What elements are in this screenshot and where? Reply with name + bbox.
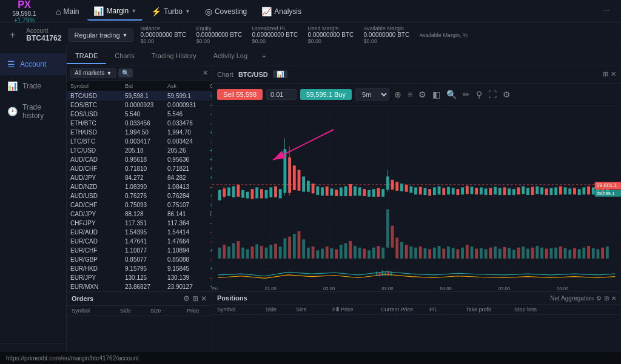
add-tab-button[interactable]: + (256, 49, 272, 64)
market-row[interactable]: AUD/CHF 0.71810 0.71821 +0.10% (67, 164, 212, 173)
svg-rect-38 (335, 249, 338, 258)
svg-text:04:00: 04:00 (440, 286, 452, 291)
market-row[interactable]: EUR/CAD 1.47641 1.47664 -0.07% (67, 237, 212, 246)
orders-close-icon[interactable]: ✕ (201, 294, 207, 303)
turbo-icon: ⚡ (151, 7, 161, 16)
trading-type-dropdown[interactable]: Regular trading ▼ (69, 28, 133, 42)
magnet-icon[interactable]: ⚲ (475, 90, 483, 99)
market-ask: 1.08413 (167, 184, 210, 190)
market-row[interactable]: EOS/BTC 0.0000923 0.0000931 -2.74% (67, 101, 212, 110)
timeframe-select[interactable]: 5m1m15m1h4h1d (355, 88, 389, 101)
market-row[interactable]: EUR/HKD 9.15795 9.15845 +0.01% (67, 264, 212, 273)
tab-charts[interactable]: Charts (106, 48, 143, 64)
orders-settings-icon[interactable]: ⚙ (183, 294, 190, 303)
positions-close-icon[interactable]: ✕ (611, 295, 616, 302)
markets-dropdown[interactable]: All markets ▼ (70, 68, 116, 78)
chart-toolbar: Sell 59,598 59,599.1 Buy 5m1m15m1h4h1d ⊕… (212, 84, 621, 105)
market-bid: 84.272 (125, 174, 167, 181)
net-aggregation-settings-icon[interactable]: ⚙ (596, 295, 602, 302)
more-options-button[interactable]: ⋯ (599, 5, 615, 18)
market-bid: 1.10877 (125, 247, 167, 254)
nav-main[interactable]: ⌂ Main (50, 3, 85, 20)
market-row[interactable]: LTC/USD 205.18 205.26 +1.24% (67, 146, 212, 155)
sidebar-item-account[interactable]: ☰ Account (0, 53, 66, 75)
tab-trade[interactable]: TRADE (67, 48, 106, 64)
orders-expand-icon[interactable]: ⊞ (192, 294, 198, 303)
margin-dropdown-icon: ▼ (131, 8, 136, 14)
svg-rect-102 (232, 187, 235, 197)
svg-rect-92 (587, 246, 590, 259)
used-margin-section: Used Margin 0.00000000 BTC $0.00 (308, 25, 357, 44)
indicator-icon[interactable]: ≡ (406, 90, 414, 99)
svg-rect-65 (461, 248, 464, 259)
market-row[interactable]: AUD/USD 0.76276 0.76284 +0.17% (67, 191, 212, 200)
svg-rect-132 (363, 189, 366, 196)
add-account-button[interactable]: + (6, 30, 19, 41)
settings-icon[interactable]: ⚙ (417, 90, 428, 99)
svg-rect-119 (302, 176, 305, 191)
analysis-icon: 📈 (261, 7, 272, 16)
chart-close-icon[interactable]: ✕ (611, 70, 616, 78)
markets-dropdown-label: All markets (75, 70, 104, 76)
market-change: +0.04% (210, 202, 212, 208)
nav-turbo[interactable]: ⚡ Turbo ▼ (145, 3, 196, 20)
sidebar-history-label: Trade history (22, 103, 59, 120)
market-bid: 130.125 (125, 274, 167, 281)
markets-panel-close-button[interactable]: ✕ (203, 69, 208, 77)
zoom-icon[interactable]: 🔍 (445, 90, 458, 99)
buy-button[interactable]: 59,599.1 Buy (300, 89, 352, 100)
market-row[interactable]: EOS/USD 5.540 5.546 -1.0% (67, 110, 212, 119)
positions-expand-icon[interactable]: ⊞ (604, 295, 609, 302)
fullscreen-icon[interactable]: ⛶ (487, 90, 498, 99)
market-row[interactable]: EUR/JPY 130.125 130.139 -0.07% (67, 273, 212, 282)
market-row[interactable]: EUR/AUD 1.54395 1.54414 -0.12% (67, 228, 212, 237)
market-row[interactable]: LTC/BTC 0.003417 0.003424 -0.35% (67, 137, 212, 146)
market-row[interactable]: CHF/JPY 117.351 117.364 -0.05% (67, 219, 212, 228)
market-row[interactable]: AUD/JPY 84.272 84.282 +0.05% (67, 173, 212, 182)
market-row[interactable]: ETH/BTC 0.033456 0.033478 -0.17% (67, 119, 212, 128)
market-bid: 0.76276 (125, 193, 167, 199)
markets-search-button[interactable]: 🔍 (118, 68, 133, 78)
unrealized-label: Unrealized PL (252, 25, 301, 31)
tab-trading-history[interactable]: Trading History (143, 48, 205, 64)
draw-icon[interactable]: ✏ (462, 90, 471, 99)
market-bid: 0.003417 (125, 138, 167, 145)
market-row[interactable]: ETH/USD 1,994.50 1,994.70 +1.35% (67, 128, 212, 137)
market-bid: 0.0000923 (125, 102, 167, 108)
sidebar-item-trade[interactable]: 📊 Trade (0, 75, 66, 97)
market-row[interactable]: BTC/USD 59,598.1 59,599.1 +1.53% (67, 91, 212, 101)
market-row[interactable]: AUD/CAD 0.95618 0.95636 +0.07% (67, 155, 212, 164)
sell-button[interactable]: Sell 59,598 (217, 89, 263, 100)
market-row[interactable]: EUR/CHF 1.10877 1.10894 +0.01% (67, 246, 212, 255)
market-change: -0.17% (210, 120, 212, 127)
svg-rect-109 (265, 190, 268, 199)
svg-rect-136 (381, 189, 384, 197)
nav-analysis[interactable]: 📈 Analysis (255, 3, 307, 20)
svg-rect-106 (251, 189, 254, 199)
svg-rect-84 (550, 248, 553, 259)
tab-activity-log[interactable]: Activity Log (205, 48, 256, 64)
market-change: 0.00% (210, 211, 212, 217)
sidebar-item-history[interactable]: 🕐 Trade history (0, 97, 66, 126)
svg-rect-143 (409, 187, 412, 193)
nav-covesting[interactable]: ◎ Covesting (199, 3, 253, 20)
market-bid: 0.71810 (125, 165, 167, 172)
svg-text:Fri: Fri (212, 286, 218, 291)
nav-margin[interactable]: 📊 Margin ▼ (87, 2, 143, 21)
home-icon: ⌂ (56, 7, 61, 16)
market-row[interactable]: EUR/MXN 23.86827 23.90127 +0.02% (67, 282, 212, 291)
market-row[interactable]: CAD/JPY 88.128 86.141 0.00% (67, 210, 212, 219)
svg-rect-154 (461, 187, 464, 194)
chart-settings2-icon[interactable]: ⚙ (502, 90, 512, 99)
market-row[interactable]: EUR/GBP 0.85077 0.85088 -0.04% (67, 255, 212, 264)
market-row[interactable]: AUD/NZD 1.08390 1.08413 -0.10% (67, 182, 212, 191)
lot-size-input[interactable] (266, 89, 297, 100)
chart-expand-icon[interactable]: ⊞ (603, 70, 608, 78)
layers-icon[interactable]: ◧ (431, 90, 441, 99)
svg-rect-78 (522, 247, 525, 259)
svg-rect-111 (274, 187, 277, 197)
crosshair-icon[interactable]: ⊕ (393, 90, 403, 99)
market-row[interactable]: CAD/CHF 0.75093 0.75107 +0.04% (67, 200, 212, 210)
market-bid: 1.47641 (125, 238, 167, 245)
market-symbol: AUD/NZD (70, 184, 125, 190)
